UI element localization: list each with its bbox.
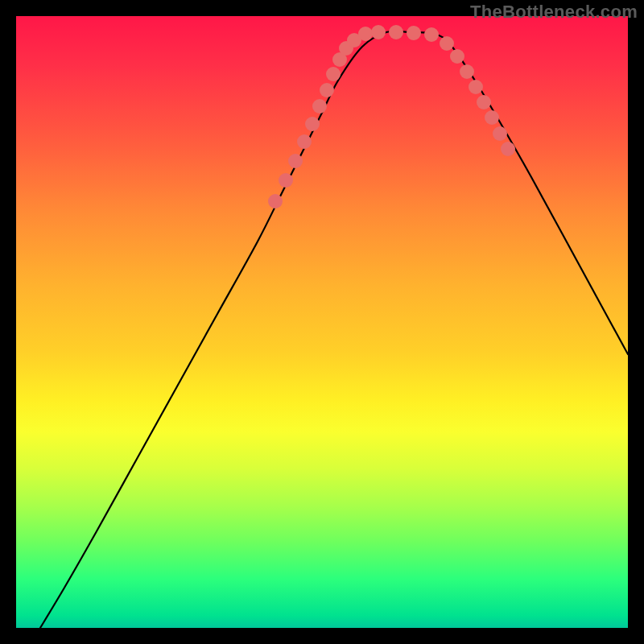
marker-dot: [493, 126, 507, 141]
marker-dot: [501, 142, 515, 156]
marker-dot: [320, 83, 334, 97]
marker-dot: [358, 27, 373, 41]
marker-dot: [297, 134, 312, 149]
marker-dot: [312, 99, 327, 114]
marker-dot: [469, 80, 483, 94]
marker-dot: [450, 49, 464, 64]
marker-dot: [485, 110, 499, 125]
marker-dot: [424, 27, 439, 42]
marker-dot: [288, 154, 303, 168]
marker-dot: [305, 117, 320, 131]
marker-dot: [268, 194, 283, 208]
marker-dot: [371, 25, 386, 39]
marker-dot: [279, 173, 293, 188]
chart-svg: [16, 16, 628, 628]
marker-dot: [407, 26, 421, 40]
chart-container: TheBottleneck.com: [0, 0, 644, 644]
marker-dot: [477, 95, 491, 109]
highlight-dots: [268, 25, 515, 208]
marker-dot: [440, 36, 454, 51]
bottleneck-curve: [40, 31, 628, 628]
marker-dot: [389, 25, 403, 39]
marker-dot: [460, 64, 474, 79]
marker-dot: [326, 67, 341, 81]
